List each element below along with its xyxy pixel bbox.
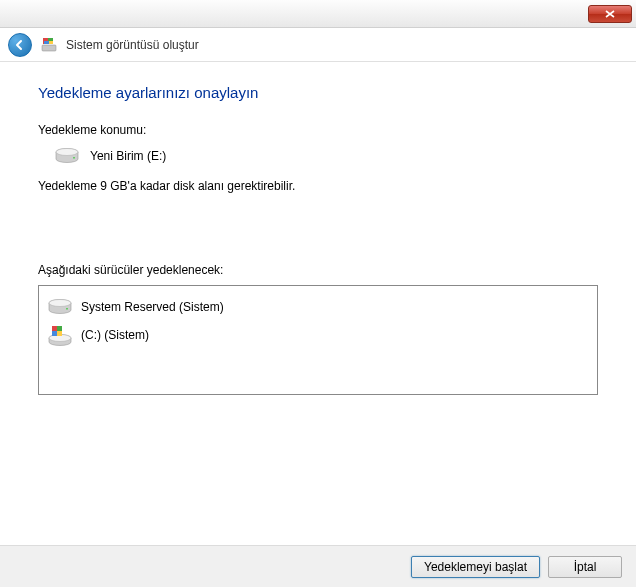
svg-rect-10 — [66, 308, 68, 310]
svg-rect-4 — [49, 41, 53, 44]
page-heading: Yedekleme ayarlarınızı onaylayın — [38, 84, 598, 101]
location-label: Yedekleme konumu: — [38, 123, 598, 137]
svg-rect-15 — [52, 331, 57, 336]
content-area: Yedekleme ayarlarınızı onaylayın Yedekle… — [0, 62, 636, 395]
drive-label: (C:) (Sistem) — [81, 328, 149, 342]
window-titlebar — [0, 0, 636, 28]
backup-location-row: Yeni Birim (E:) — [38, 147, 598, 165]
back-arrow-icon — [14, 39, 26, 51]
svg-rect-7 — [73, 157, 75, 159]
drives-to-backup-label: Aşağıdaki sürücüler yedeklenecek: — [38, 263, 598, 277]
windows-drive-icon — [47, 324, 73, 346]
location-drive-name: Yeni Birim (E:) — [90, 149, 166, 163]
list-item: (C:) (Sistem) — [45, 320, 591, 350]
list-item: System Reserved (Sistem) — [45, 294, 591, 320]
drives-list-box: System Reserved (Sistem) (C:) (Sistem) — [38, 285, 598, 395]
window-title: Sistem görüntüsü oluştur — [66, 38, 199, 52]
svg-rect-3 — [44, 41, 49, 44]
back-button[interactable] — [8, 33, 32, 57]
close-button[interactable] — [588, 5, 632, 23]
svg-rect-0 — [42, 45, 56, 51]
close-icon — [605, 10, 615, 18]
size-requirement-note: Yedekleme 9 GB'a kadar disk alanı gerekt… — [38, 179, 598, 193]
svg-rect-16 — [57, 331, 62, 336]
system-image-icon — [40, 36, 58, 54]
svg-rect-14 — [57, 326, 62, 331]
cancel-button[interactable]: İptal — [548, 556, 622, 578]
wizard-footer: Yedeklemeyi başlat İptal — [0, 545, 636, 587]
wizard-header: Sistem görüntüsü oluştur — [0, 28, 636, 62]
drive-icon — [47, 298, 73, 316]
svg-point-6 — [56, 149, 78, 156]
svg-rect-13 — [52, 326, 57, 331]
drive-label: System Reserved (Sistem) — [81, 300, 224, 314]
svg-point-9 — [49, 300, 71, 307]
drive-icon — [54, 147, 80, 165]
start-backup-button[interactable]: Yedeklemeyi başlat — [411, 556, 540, 578]
